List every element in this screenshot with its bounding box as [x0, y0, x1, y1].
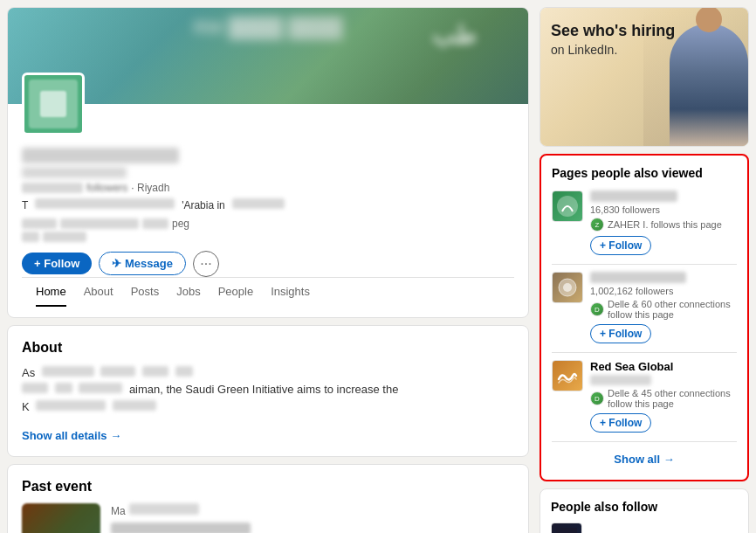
divider-2	[552, 352, 737, 353]
about-blur-7	[79, 383, 122, 393]
follow-logo-icon-1: i15	[556, 528, 577, 533]
about-k: K	[22, 400, 30, 413]
about-blur-2	[100, 366, 135, 377]
page-item-3: Red Sea Global D Delle & 45 other connec…	[552, 360, 737, 433]
event-date-blur	[129, 503, 199, 515]
tab-home[interactable]: Home	[36, 285, 66, 307]
desc-country: 'Arabia in	[182, 199, 225, 211]
followers-label: followers	[86, 182, 127, 194]
about-start: As	[22, 366, 35, 379]
about-blur-6	[55, 383, 72, 393]
svg-rect-3	[556, 528, 577, 533]
blur-followers	[22, 183, 83, 193]
ad-card[interactable]: See who's hiring on LinkedIn.	[540, 7, 749, 147]
event-title-blur	[111, 523, 251, 533]
profile-info: followers · Riyadh T 'Arabia in	[22, 148, 514, 277]
message-button[interactable]: ✈ Message	[99, 252, 186, 275]
profile-nav: Home About Posts Jobs People Insights	[22, 277, 514, 307]
follow-button[interactable]: + Follow	[22, 253, 92, 274]
page-logo-2	[552, 272, 583, 303]
pages-also-viewed-card: Pages people also viewed 16,830 follower…	[540, 154, 749, 481]
event-thumbnail	[22, 503, 100, 533]
page-logo-icon-3	[555, 363, 580, 388]
profile-body: followers · Riyadh T 'Arabia in	[8, 104, 528, 317]
ad-text: See who's hiring on LinkedIn.	[551, 22, 675, 57]
page-connection-text-1: ZAHER I. follows this page	[608, 219, 722, 230]
desc-partial: T	[22, 199, 28, 211]
svg-point-2	[563, 283, 572, 292]
right-column: See who's hiring on LinkedIn. Pages peop…	[540, 7, 749, 533]
page-info-1: 16,830 followers Z ZAHER I. follows this…	[590, 190, 737, 255]
people-also-follow-title: People also follow	[551, 500, 738, 514]
meta-label-peg: peg	[172, 218, 189, 230]
about-title: About	[22, 340, 514, 356]
tab-about[interactable]: About	[84, 285, 113, 307]
event-date-start: Ma	[111, 505, 126, 517]
follow-page-button-2[interactable]: + Follow	[590, 324, 651, 343]
page-info-2: 1,002,162 followers D Delle & 60 other c…	[590, 272, 737, 343]
event-row: Ma 123	[22, 503, 514, 533]
about-blur-5	[22, 383, 48, 393]
mini-avatar-2: D	[590, 302, 604, 316]
blur-meta-3b	[43, 232, 86, 242]
about-middle: aiman, the Saudi Green Initiative aims t…	[129, 383, 399, 396]
event-title-row	[111, 523, 514, 533]
page-name-blur-1	[590, 190, 677, 202]
page-logo-icon-1	[555, 194, 580, 218]
page-logo-1	[552, 190, 583, 222]
tab-people[interactable]: People	[218, 285, 253, 307]
location-label: · Riyadh	[131, 182, 169, 194]
about-blur-1	[42, 366, 94, 377]
tab-posts[interactable]: Posts	[131, 285, 160, 307]
desc-blur-2	[232, 198, 285, 209]
mini-avatar-3: D	[590, 391, 604, 405]
pages-also-viewed-title: Pages people also viewed	[552, 166, 737, 180]
page-connection-text-2: Delle & 60 other connections follow this…	[608, 299, 737, 320]
divider-1	[552, 264, 737, 265]
avatar	[22, 73, 85, 135]
meta-row-2: peg	[22, 218, 514, 230]
profile-card: طب RM ████ ████ followers ·	[7, 7, 529, 318]
profile-name-row	[22, 148, 514, 163]
show-all-details-link[interactable]: Show all details →	[22, 429, 121, 442]
pages-show-all-link[interactable]: Show all →	[552, 449, 737, 469]
past-event-title: Past event	[22, 479, 514, 495]
profile-name-blur	[22, 148, 179, 163]
blur-meta-2a	[22, 218, 57, 229]
past-event-section: Past event Ma 123 Show a	[7, 464, 529, 533]
follow-logo-1: i15	[551, 523, 582, 533]
divider-3	[552, 441, 737, 442]
cover-title-blur: RM ████ ████	[193, 17, 342, 39]
about-blur-8	[36, 400, 106, 411]
ad-person-shape	[670, 24, 748, 146]
profile-meta-line1: followers · Riyadh	[22, 182, 169, 194]
page-followers-blur-3	[590, 375, 651, 385]
follow-page-button-1[interactable]: + Follow	[590, 236, 651, 255]
cover-image: طب RM ████ ████	[8, 8, 528, 104]
tab-insights[interactable]: Insights	[271, 285, 310, 307]
blur-meta-2b	[60, 218, 139, 229]
page-logo-icon-2	[555, 275, 580, 300]
page-item-1: 16,830 followers Z ZAHER I. follows this…	[552, 190, 737, 255]
profile-desc: T 'Arabia in	[22, 197, 514, 214]
about-partial-text: As aiman, the Saudi Green Initiative aim…	[22, 364, 514, 416]
about-blur-3	[142, 366, 168, 377]
event-details: Ma 123	[111, 503, 514, 533]
about-section: About As aiman, the Saudi Green Initiati…	[7, 325, 529, 458]
page-followers-1: 16,830 followers	[590, 204, 737, 215]
people-also-follow-card: People also follow i15 i15Tech	[540, 488, 749, 533]
meta-row-3	[22, 232, 514, 242]
tab-jobs[interactable]: Jobs	[176, 285, 200, 307]
about-blur-4	[175, 366, 193, 377]
page-connection-text-3: Delle & 45 other connections follow this…	[608, 388, 737, 409]
page-name-blur-2	[590, 272, 686, 283]
page-followers-2: 1,002,162 followers	[590, 286, 737, 296]
event-date-row: Ma	[111, 503, 514, 519]
avatar-inner	[29, 80, 78, 128]
desc-blur-1	[35, 198, 175, 209]
page-info-3: Red Sea Global D Delle & 45 other connec…	[590, 360, 737, 433]
follow-page-button-3[interactable]: + Follow	[590, 413, 651, 433]
more-button[interactable]: ···	[193, 251, 219, 277]
mini-avatar-1: Z	[590, 218, 604, 232]
page-connection-3: D Delle & 45 other connections follow th…	[590, 388, 737, 409]
